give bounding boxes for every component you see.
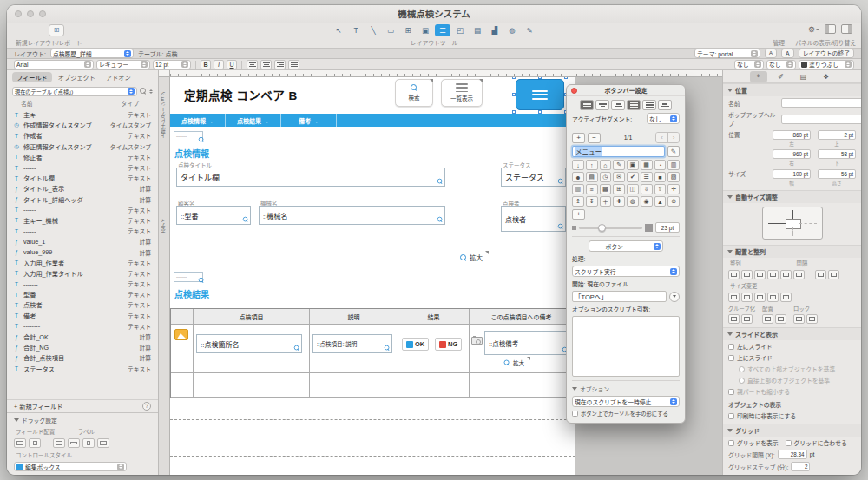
label-position-option-icon[interactable] [82, 438, 95, 448]
sidebar-tab-fields[interactable]: フィールド [12, 72, 52, 82]
script-parameter-input[interactable] [572, 316, 680, 377]
align-left-icon[interactable] [728, 270, 740, 279]
align-center-icon[interactable] [260, 60, 272, 69]
button-icon-option[interactable]: ⊕ [667, 196, 680, 207]
field-list-item[interactable]: ƒ タイトル_詳細ヘッダ 計算 [7, 194, 158, 205]
segment-name-input[interactable]: メニュー [572, 146, 665, 157]
field-tool[interactable]: ⊞ [400, 24, 416, 36]
tab-styles[interactable]: ❖ [818, 71, 835, 82]
button-icon-option[interactable]: ☰ [641, 172, 653, 182]
field-list-item[interactable]: T タイトル欄 テキスト [7, 173, 158, 183]
field-list-item[interactable]: T 型番 テキスト [7, 289, 158, 299]
icon-size-slider[interactable] [579, 227, 642, 229]
resize-smallest-width-icon[interactable] [728, 293, 740, 302]
bar-style-icon[interactable] [627, 100, 641, 110]
selection-handle[interactable] [512, 77, 516, 79]
button-icon-option[interactable]: ⇩ [641, 184, 653, 194]
new-layout-button[interactable]: ⊞ [49, 24, 64, 36]
nav-tab[interactable]: 点検情報 → [170, 114, 226, 127]
button-icon-option[interactable]: ▥ [572, 184, 584, 194]
control-style-select[interactable]: 編集ボックス [14, 462, 127, 471]
button-icon-option[interactable]: ◷ [600, 172, 612, 182]
edit-name-pencil-icon[interactable]: ✎ [667, 146, 680, 157]
position-top-input[interactable]: 2 pt [818, 130, 856, 140]
italic-button[interactable]: I [214, 60, 224, 69]
dialog-titlebar[interactable]: ボタンバー設定 [567, 85, 685, 96]
slide-direct-radio[interactable] [739, 378, 745, 384]
selection-tool[interactable]: ↖ [331, 24, 346, 36]
resize-largest-width-icon[interactable] [741, 293, 753, 302]
remove-segment-button[interactable]: − [588, 133, 601, 143]
hidden-field[interactable]: ------ [174, 272, 203, 282]
close-button[interactable] [15, 10, 22, 17]
field-list-item[interactable]: T 修正者 テキスト [7, 152, 158, 162]
horizontal-ruler[interactable] [170, 70, 722, 77]
field-list-item[interactable]: ƒ value_1 計算 [7, 236, 158, 247]
field-placement-option-icon[interactable] [29, 438, 41, 448]
inspector-field[interactable]: 点検者 [501, 206, 566, 232]
field-list-item[interactable]: ƒ value_999 計算 [7, 247, 158, 257]
resize-largest-height-icon[interactable] [767, 293, 779, 302]
add-segment-button[interactable]: + [572, 133, 585, 143]
minimize-button[interactable] [27, 10, 34, 17]
field-list-item[interactable]: ◷ 作成情報タイムスタンプ タイムスタンプ [7, 120, 158, 130]
button-icon-option[interactable]: ⌂ [600, 160, 612, 170]
selected-button-bar[interactable] [514, 77, 566, 112]
table-header-item[interactable]: 点検項目 [194, 309, 310, 325]
nav-tab[interactable]: 点検結果 → [226, 114, 281, 127]
field-list-item[interactable]: ƒ 合計_OK 計算 [7, 332, 158, 342]
tab-appearance[interactable]: ✐ [773, 71, 790, 82]
button-icon-option[interactable]: ↥ [572, 196, 584, 207]
field-list-item[interactable]: T ------ テキスト [7, 205, 158, 215]
resize-smallest-height-icon[interactable] [754, 293, 766, 302]
button-icon-option[interactable]: ↑ [586, 160, 598, 170]
font-select[interactable]: Arial [14, 60, 94, 69]
underline-button[interactable]: U [227, 60, 237, 69]
arrange-section-header[interactable]: 配置と整列 [723, 245, 861, 258]
label-position-option-icon[interactable] [68, 438, 80, 448]
button-icon-option[interactable]: ≡ [586, 184, 598, 194]
script-name-input[interactable]: 「TOPへ」 [572, 291, 667, 302]
field-list-item[interactable]: T 主キー テキスト [7, 109, 158, 120]
segment-type-select[interactable]: ボタン [589, 240, 663, 252]
field-list-item[interactable]: T 作成者 テキスト [7, 130, 158, 141]
text-tool[interactable]: T [348, 24, 364, 36]
sidebar-tab-addons[interactable]: アドオン [102, 72, 135, 82]
field-list-item[interactable]: T ------- テキスト [7, 279, 158, 289]
name-column-header[interactable]: 名前 [21, 99, 33, 108]
field-placement-option-icon[interactable] [14, 438, 26, 448]
space-horizontal-icon[interactable] [815, 270, 826, 279]
part-boundary-line[interactable] [170, 419, 575, 420]
align-left-icon[interactable] [247, 60, 258, 69]
active-segment-select[interactable]: なし [647, 113, 680, 124]
portal-tool[interactable]: ▤ [470, 24, 485, 36]
tab-control-tool[interactable]: ◰ [452, 24, 468, 36]
part-label-body[interactable]: ボディ [160, 207, 167, 233]
button-icon-option[interactable]: ◫ [627, 184, 639, 194]
font-style-select[interactable]: レギュラー [96, 60, 150, 69]
sort-icon[interactable] [149, 89, 153, 94]
align-right-icon[interactable] [274, 60, 286, 69]
inspection-title-field[interactable]: タイトル欄 [176, 168, 445, 187]
button-icon-option[interactable]: ◔ [654, 160, 667, 170]
tab-data[interactable]: ▤ [795, 71, 812, 82]
field-list-item[interactable]: T 入力用_作業タイトル テキスト [7, 268, 158, 279]
button-icon-option[interactable]: ⊞ [613, 184, 625, 194]
button-icon-option[interactable]: ✚ [613, 196, 625, 207]
hidden-field[interactable]: ------ [174, 131, 203, 141]
unlock-icon[interactable] [806, 314, 818, 324]
prev-segment-button[interactable]: ‹ [656, 133, 667, 142]
ungroup-icon[interactable] [741, 314, 753, 324]
position-bottom-input[interactable]: 58 pt [818, 149, 856, 159]
label-position-option-icon[interactable] [97, 438, 109, 448]
selection-handle[interactable] [564, 77, 568, 79]
type-column-header[interactable]: タイプ [122, 99, 139, 108]
align-middle-icon[interactable] [780, 270, 792, 279]
note-field[interactable]: ::点検備考 [484, 331, 570, 355]
table-cell[interactable] [470, 385, 574, 398]
choose-script-button[interactable] [669, 292, 680, 302]
bar-style-icon[interactable] [611, 100, 625, 110]
table-cell[interactable] [310, 373, 398, 385]
field-list-item[interactable]: ◷ 修正情報タイムスタンプ タイムスタンプ [7, 141, 158, 152]
button-bar-tool[interactable]: ☰ [435, 24, 450, 36]
